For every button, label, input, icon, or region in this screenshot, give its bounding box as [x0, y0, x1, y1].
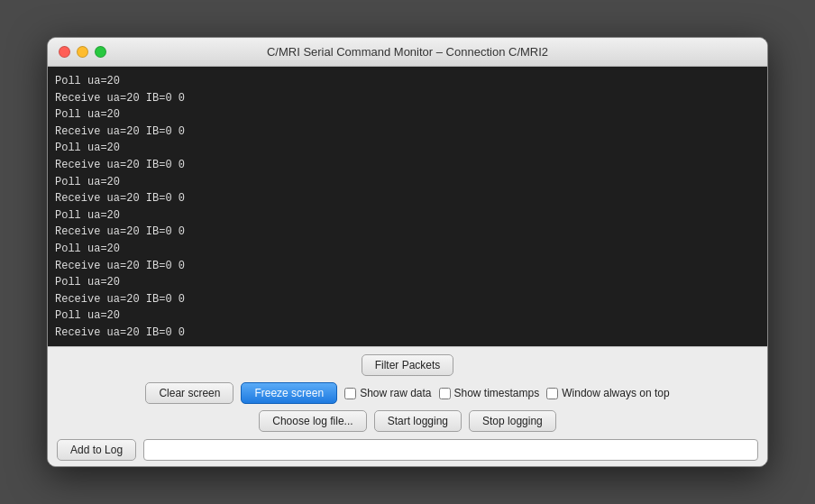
log-line: Poll ua=20: [55, 174, 760, 191]
log-line: Receive ua=20 IB=0 0: [55, 291, 760, 308]
show-raw-data-text: Show raw data: [360, 387, 431, 399]
log-line: Receive ua=20 IB=0 0: [55, 67, 760, 73]
show-raw-data-checkbox[interactable]: [344, 388, 356, 399]
controls-row: Clear screen Freeze screen Show raw data…: [57, 382, 758, 404]
log-line: Receive ua=20 IB=0 0: [55, 124, 760, 141]
log-line: Poll ua=20: [55, 73, 760, 90]
clear-screen-button[interactable]: Clear screen: [145, 382, 234, 404]
log-line: Poll ua=20: [55, 106, 760, 124]
add-log-input[interactable]: [143, 439, 758, 461]
window-always-on-top-label[interactable]: Window always on top: [546, 387, 669, 399]
traffic-lights: [59, 46, 106, 58]
log-line: Poll ua=20: [55, 307, 760, 325]
add-to-log-button[interactable]: Add to Log: [57, 439, 136, 461]
show-timestamps-label[interactable]: Show timestamps: [439, 387, 540, 399]
logging-row: Choose log file... Start logging Stop lo…: [57, 410, 758, 432]
show-raw-data-label[interactable]: Show raw data: [344, 387, 431, 399]
log-line: Receive ua=20 IB=0 0: [55, 224, 760, 241]
log-line: Poll ua=20: [55, 140, 760, 157]
window-always-on-top-checkbox[interactable]: [546, 388, 558, 399]
filter-packets-button[interactable]: Filter Packets: [362, 354, 454, 376]
window-always-on-top-text: Window always on top: [562, 387, 669, 399]
log-line: Receive ua=20 IB=0 0: [55, 190, 760, 207]
main-window: C/MRI Serial Command Monitor – Connectio…: [47, 37, 768, 467]
log-line: Poll ua=20: [55, 207, 760, 225]
maximize-button[interactable]: [95, 46, 106, 58]
start-logging-button[interactable]: Start logging: [374, 410, 462, 432]
filter-row: Filter Packets: [57, 354, 758, 376]
add-log-row: Add to Log: [57, 439, 758, 461]
log-line: Receive ua=20 IB=0 0: [55, 90, 760, 107]
show-timestamps-text: Show timestamps: [454, 387, 540, 399]
window-title: C/MRI Serial Command Monitor – Connectio…: [267, 45, 548, 59]
titlebar: C/MRI Serial Command Monitor – Connectio…: [48, 38, 767, 67]
bottom-panel: Filter Packets Clear screen Freeze scree…: [48, 346, 767, 466]
minimize-button[interactable]: [77, 46, 88, 58]
log-line: Receive ua=20 IB=0 0: [55, 325, 760, 342]
log-line: Poll ua=20: [55, 274, 760, 291]
close-button[interactable]: [59, 46, 70, 58]
log-line: Receive ua=20 IB=0 0: [55, 258, 760, 275]
log-output-area: Init ua=20 type=C DL=0 Opts=0 0 2 2 FF F…: [48, 67, 767, 346]
choose-log-file-button[interactable]: Choose log file...: [259, 410, 366, 432]
freeze-screen-button[interactable]: Freeze screen: [241, 382, 337, 404]
show-timestamps-checkbox[interactable]: [439, 388, 451, 399]
log-line: Poll ua=20: [55, 241, 760, 258]
stop-logging-button[interactable]: Stop logging: [469, 410, 556, 432]
log-line: Receive ua=20 IB=0 0: [55, 157, 760, 174]
